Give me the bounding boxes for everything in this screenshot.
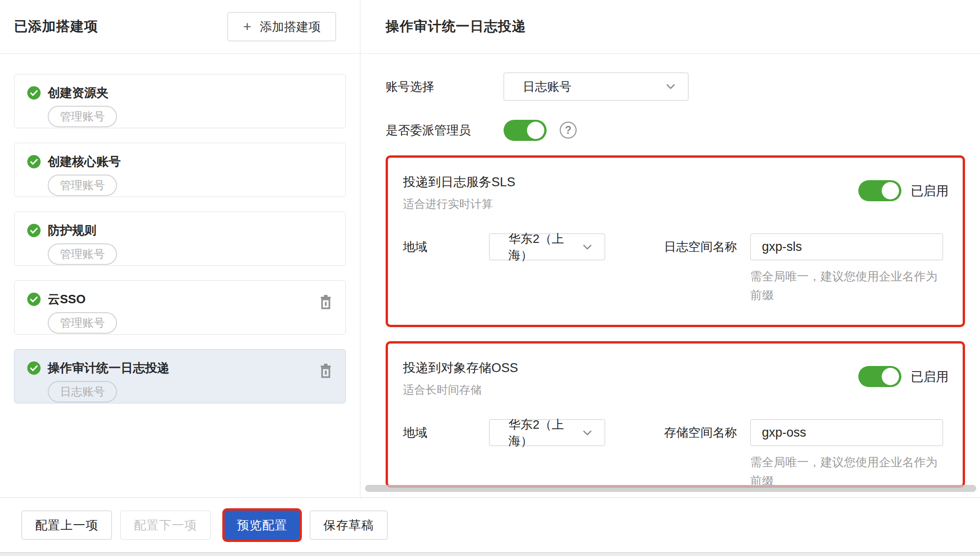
account-select-dropdown[interactable]: 日志账号 — [504, 73, 688, 101]
footer-action-bar: 配置上一项 配置下一项 预览配置 保存草稿 — [0, 497, 980, 553]
oss-region-value: 华东2（上海） — [508, 417, 580, 449]
trash-icon — [317, 362, 334, 379]
oss-bucket-name-label: 存储空间名称 — [664, 419, 750, 446]
page-title: 操作审计统一日志投递 — [386, 17, 526, 36]
chevron-down-icon — [664, 80, 678, 94]
sls-project-name-help: 需全局唯一，建议您使用企业名作为前缀 — [750, 267, 949, 304]
check-circle-icon — [27, 223, 41, 238]
account-badge: 管理账号 — [48, 175, 117, 196]
toggle-knob — [882, 368, 899, 385]
account-badge: 管理账号 — [48, 312, 117, 334]
oss-region-dropdown[interactable]: 华东2（上海） — [489, 419, 605, 446]
plus-icon: + — [243, 20, 251, 34]
check-circle-icon — [27, 361, 41, 375]
toggle-knob — [882, 182, 899, 199]
sls-region-value: 华东2（上海） — [508, 231, 580, 263]
check-circle-icon — [27, 154, 41, 169]
toggle-knob — [527, 122, 544, 139]
add-build-item-label: 添加搭建项 — [260, 19, 321, 35]
oss-status-label: 已启用 — [911, 368, 949, 385]
preview-config-button[interactable]: 预览配置 — [225, 511, 300, 540]
prev-item-button[interactable]: 配置上一项 — [22, 511, 112, 540]
build-item-label: 云SSO — [48, 291, 86, 307]
build-item-card-audit-log-delivery[interactable]: 操作审计统一日志投递 日志账号 — [14, 349, 346, 403]
oss-section-title: 投递到对象存储OSS — [403, 359, 518, 376]
oss-delivery-section: 投递到对象存储OSS 适合长时间存储 已启用 地域 华东2（上海） — [386, 341, 965, 488]
left-panel-header: 已添加搭建项 + 添加搭建项 — [0, 0, 360, 54]
trash-icon — [317, 293, 334, 310]
oss-section-subtitle: 适合长时间存储 — [403, 382, 518, 397]
build-item-card-protection-rules[interactable]: 防护规则 管理账号 — [14, 212, 346, 266]
chevron-down-icon — [580, 240, 594, 254]
build-item-label: 防护规则 — [48, 222, 96, 239]
config-detail-panel: 操作审计统一日志投递 账号选择 日志账号 是否委派管理员 ? — [360, 0, 980, 497]
account-select-label: 账号选择 — [386, 79, 504, 95]
delegate-admin-label: 是否委派管理员 — [386, 122, 504, 139]
build-item-card-cloud-sso[interactable]: 云SSO 管理账号 — [14, 280, 346, 335]
save-draft-button[interactable]: 保存草稿 — [310, 511, 388, 540]
build-item-label: 操作审计统一日志投递 — [48, 360, 169, 376]
build-item-list: 创建资源夹 管理账号 创建核心账号 管理账号 — [0, 54, 360, 403]
build-item-label: 创建资源夹 — [48, 85, 109, 101]
next-item-button[interactable]: 配置下一项 — [120, 511, 211, 540]
delegate-admin-toggle[interactable] — [504, 120, 547, 141]
help-icon[interactable]: ? — [560, 122, 577, 139]
account-badge: 管理账号 — [48, 243, 117, 265]
sls-enabled-toggle[interactable] — [858, 180, 901, 201]
sls-section-title: 投递到日志服务SLS — [403, 174, 515, 190]
sls-project-name-label: 日志空间名称 — [664, 234, 750, 260]
check-circle-icon — [27, 86, 41, 100]
chevron-down-icon — [580, 426, 594, 440]
added-build-items-panel: 已添加搭建项 + 添加搭建项 创建资源夹 管理账号 — [0, 0, 360, 497]
sls-status-label: 已启用 — [911, 183, 949, 199]
account-badge: 日志账号 — [48, 381, 117, 402]
left-panel-title: 已添加搭建项 — [14, 17, 98, 36]
delete-item-button[interactable] — [316, 293, 335, 312]
sls-region-dropdown[interactable]: 华东2（上海） — [489, 234, 605, 260]
horizontal-scrollbar-thumb[interactable] — [365, 485, 976, 492]
oss-enabled-toggle[interactable] — [858, 366, 901, 387]
oss-region-label: 地域 — [403, 419, 489, 446]
delete-item-button[interactable] — [316, 362, 335, 380]
build-item-card-create-folder[interactable]: 创建资源夹 管理账号 — [14, 74, 346, 128]
add-build-item-button[interactable]: + 添加搭建项 — [227, 12, 336, 41]
bottom-edge-strip — [0, 553, 980, 556]
landing-zone-setup-page: 已添加搭建项 + 添加搭建项 创建资源夹 管理账号 — [0, 0, 980, 556]
sls-region-label: 地域 — [403, 234, 489, 260]
account-badge: 管理账号 — [48, 106, 117, 127]
build-item-card-core-account[interactable]: 创建核心账号 管理账号 — [14, 143, 346, 197]
oss-bucket-name-help: 需全局唯一，建议您使用企业名作为前缀 — [750, 453, 949, 490]
check-circle-icon — [27, 292, 41, 307]
sls-delivery-section: 投递到日志服务SLS 适合进行实时计算 已启用 地域 华东2（上海） — [386, 155, 965, 327]
sls-project-name-input[interactable] — [750, 234, 943, 260]
build-item-label: 创建核心账号 — [48, 154, 121, 170]
sls-section-subtitle: 适合进行实时计算 — [403, 197, 515, 212]
account-select-value: 日志账号 — [523, 79, 571, 95]
oss-bucket-name-input[interactable] — [750, 419, 943, 446]
config-form: 账号选择 日志账号 是否委派管理员 ? 投递到 — [360, 73, 980, 488]
config-detail-header: 操作审计统一日志投递 — [360, 0, 980, 54]
